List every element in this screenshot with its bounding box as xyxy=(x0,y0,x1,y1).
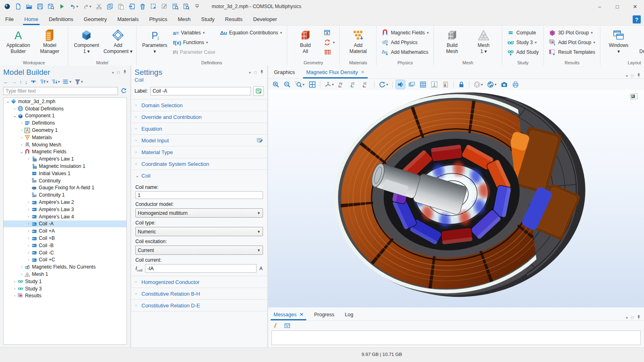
expand-toggle-icon[interactable]: › xyxy=(26,243,31,248)
coil-excitation-select[interactable]: Current▼ xyxy=(135,246,263,255)
panel-pin-icon[interactable] xyxy=(123,70,127,75)
panel-pin-icon[interactable] xyxy=(637,315,641,320)
add-study-button[interactable]: Add Study xyxy=(505,48,540,57)
redo-button[interactable]: ▾ xyxy=(82,2,93,11)
ribbon-tab-physics[interactable]: Physics xyxy=(144,14,173,25)
expand-toggle-icon[interactable]: › xyxy=(19,128,24,132)
print-button[interactable] xyxy=(511,80,520,89)
compute-button[interactable]: Compute xyxy=(505,28,540,37)
expand-toggle-icon[interactable]: › xyxy=(19,135,24,140)
ribbon-tab-developer[interactable]: Developer xyxy=(248,14,282,25)
expand-toggle-icon[interactable]: › xyxy=(26,215,31,219)
help-button[interactable]: ? xyxy=(633,15,641,23)
zoom-extents-button[interactable] xyxy=(308,80,317,89)
expand-toggle-icon[interactable]: › xyxy=(19,272,24,276)
tree-node-magnetic-fields[interactable]: ⌄+Magnetic Fields xyxy=(4,148,126,156)
reset-desktop-button[interactable]: ResetDesktop ▾ xyxy=(635,27,644,55)
coil-current-input[interactable] xyxy=(145,264,257,273)
expand-toggle-icon[interactable]: › xyxy=(26,157,31,161)
copy-button[interactable] xyxy=(106,2,114,11)
expand-toggle-icon[interactable]: › xyxy=(12,107,17,111)
expand-toggle-icon[interactable]: › xyxy=(19,265,24,269)
section-model-input[interactable]: ›Model Input xyxy=(131,134,267,146)
collapse-list-button[interactable]: ▾ xyxy=(51,78,60,85)
tree-node-component-1[interactable]: ⌄Component 1 xyxy=(4,112,126,120)
messages-tab-progress[interactable]: Progress xyxy=(309,309,339,320)
tree-node-materials[interactable]: ›Materials xyxy=(4,134,126,141)
messages-tab-messages[interactable]: Messages✕ xyxy=(268,309,309,320)
geom-fence-button[interactable] xyxy=(322,48,337,57)
build-all-button[interactable]: BuildAll xyxy=(290,27,320,55)
environment-button[interactable]: ▾ xyxy=(486,80,497,89)
expand-toggle-icon[interactable]: › xyxy=(26,222,31,226)
ribbon-tab-study[interactable]: Study xyxy=(196,14,220,25)
node-columns-button[interactable]: ▾ xyxy=(63,78,72,85)
tree-node-continuity-1[interactable]: D▹◃Continuity 1 xyxy=(4,191,126,199)
panel-menu-icon[interactable]: ▾ xyxy=(626,315,628,320)
tree-node-geometry-1[interactable]: ›AGeometry 1 xyxy=(4,127,126,134)
expand-toggle-icon[interactable]: › xyxy=(19,121,24,125)
ribbon-tab-mesh[interactable]: Mesh xyxy=(173,14,196,25)
expand-toggle-icon[interactable]: › xyxy=(26,251,31,255)
component-1-button[interactable]: Component1 ▾ xyxy=(72,27,101,55)
arrow-down-button[interactable]: ↓ xyxy=(25,79,28,85)
tree-node-study-3[interactable]: ›Study 3 xyxy=(4,285,126,292)
section-constitutive-relation-d-e[interactable]: ›Constitutive Relation D-E xyxy=(131,299,267,311)
section-override-and-contribution[interactable]: ›Override and Contribution xyxy=(131,111,267,123)
tree-node-study-1[interactable]: ›Study 1 xyxy=(4,278,126,285)
coil-type-select[interactable]: Numeric▼ xyxy=(135,227,263,236)
graphics-tab-magnetic-flux-density[interactable]: Magnetic Flux Density✕ xyxy=(301,66,370,78)
delete-button[interactable] xyxy=(139,2,147,11)
ribbon-tab-materials[interactable]: Materials xyxy=(112,14,144,25)
application-builder-button[interactable]: AApplicationBuilder xyxy=(3,27,33,55)
section-coordinate-system-selection[interactable]: ›Coordinate System Selection xyxy=(131,158,267,169)
tree-node-amp-re-s-law-2[interactable]: ›Ampère's Law 2 xyxy=(4,199,126,206)
show-eye-button[interactable] xyxy=(30,78,37,85)
find-and-replace-button[interactable] xyxy=(182,2,190,11)
panel-pin-icon[interactable] xyxy=(260,70,264,75)
run-button[interactable] xyxy=(58,2,66,11)
scene-light-button[interactable] xyxy=(396,80,405,89)
open-folder-button[interactable] xyxy=(25,2,33,11)
tree-node-global-definitions[interactable]: ›Global Definitions xyxy=(4,105,126,112)
clear-broom-button[interactable] xyxy=(272,322,280,330)
save-button[interactable] xyxy=(36,2,44,11)
view-xy-button[interactable]: xy xyxy=(337,80,347,89)
transparency-button[interactable] xyxy=(407,80,416,89)
tree-node-coil--b[interactable]: ›Coil -B xyxy=(4,242,126,249)
maximize-button[interactable]: □ xyxy=(608,0,626,13)
magnetic-fields-button[interactable]: +−Magnetic Fields▾ xyxy=(380,28,430,37)
section-material-type[interactable]: ›Material Type xyxy=(131,146,267,158)
filter-funnel-button[interactable]: ▾ xyxy=(74,78,83,85)
close-tab-icon[interactable]: ✕ xyxy=(299,311,303,318)
panel-menu-icon[interactable]: ▾ xyxy=(626,74,628,78)
tree-node-mesh-1[interactable]: ›Mesh 1 xyxy=(4,271,126,278)
tree-node-initial-values-1[interactable]: Initial Values 1 xyxy=(4,170,126,177)
variables-button[interactable]: a=Variables▾ xyxy=(171,28,217,37)
tree-node-definitions[interactable]: ›Definitions xyxy=(4,119,126,127)
view-yz-button[interactable]: yz xyxy=(349,80,359,89)
customize-chevron-button[interactable] xyxy=(193,2,201,11)
tree-node-continuity[interactable]: D▹◃Continuity xyxy=(4,177,126,184)
graphics-tab-graphics[interactable]: Graphics xyxy=(268,66,301,78)
panel-menu-icon[interactable]: ▾ xyxy=(112,70,114,75)
mail-table-button[interactable] xyxy=(283,322,291,330)
paste-button[interactable] xyxy=(117,2,125,11)
arrow-forward-button[interactable]: → xyxy=(11,79,17,85)
section-equation[interactable]: ›Equation xyxy=(131,123,267,134)
rotate-scene-button[interactable]: ▾ xyxy=(378,80,389,89)
axes-toggle-button[interactable] xyxy=(430,80,439,89)
study-3-button[interactable]: Study 3▾ xyxy=(505,38,540,47)
expand-toggle-icon[interactable]: › xyxy=(26,207,31,212)
section-domain-selection[interactable]: ›Domain Selection xyxy=(131,99,267,111)
geom-insert-button[interactable] xyxy=(322,28,337,37)
zoom-out-button[interactable] xyxy=(283,80,292,89)
panel-pin-icon[interactable] xyxy=(637,73,641,78)
add-plot-group-button[interactable]: Add Plot Group▾ xyxy=(547,38,597,47)
tree-node-coil-+c[interactable]: ›Coil +C xyxy=(4,256,126,264)
tree-node-motor-3d-2-mph[interactable]: ⌄motor_3d_2.mph xyxy=(4,98,126,105)
add-mathematics-button[interactable]: ΔuAdd Mathematics xyxy=(380,48,430,57)
close-tab-icon[interactable]: ✕ xyxy=(361,70,364,75)
label-annotation-button[interactable] xyxy=(253,86,264,96)
tree-node-amp-re-s-law-3[interactable]: ›Ampère's Law 3 xyxy=(4,206,126,213)
